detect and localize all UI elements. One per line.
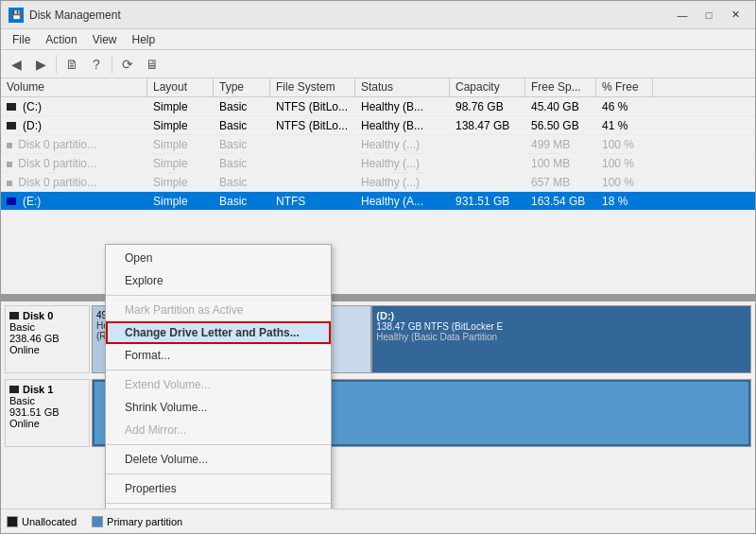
cell-capacity: 98.76 GB xyxy=(450,100,525,113)
cell-volume: (C:) xyxy=(1,100,147,113)
ctx-shrink-volume[interactable]: Shrink Volume... xyxy=(106,396,331,419)
col-header-status[interactable]: Status xyxy=(355,78,450,96)
forward-button[interactable]: ▶ xyxy=(29,53,52,76)
disk-icon-1 xyxy=(9,386,19,393)
cell-layout: Simple xyxy=(147,138,214,151)
col-header-capacity[interactable]: Capacity xyxy=(450,78,525,96)
refresh-button[interactable]: ⟳ xyxy=(116,53,139,76)
ctx-help[interactable]: Help xyxy=(106,507,331,508)
cell-volume: (D:) xyxy=(1,119,147,132)
help-button[interactable]: ? xyxy=(85,53,108,76)
ctx-add-mirror: Add Mirror... xyxy=(106,419,331,441)
disk-name-1: Disk 1 xyxy=(23,384,53,395)
drive-icon: (C:) xyxy=(7,100,42,113)
properties-button[interactable]: 🗎 xyxy=(60,53,83,76)
ctx-properties[interactable]: Properties xyxy=(106,477,331,500)
disk-type-0: Basic xyxy=(9,321,85,333)
disk-size-1: 931.51 GB xyxy=(9,406,85,418)
cell-layout: Simple xyxy=(147,157,214,170)
ctx-change-drive-letter[interactable]: Change Drive Letter and Paths... xyxy=(106,321,331,344)
menu-file[interactable]: File xyxy=(5,31,38,48)
status-bar: Unallocated Primary partition xyxy=(1,508,755,533)
cell-status: Healthy (...) xyxy=(355,157,450,170)
table-row[interactable]: (C:) Simple Basic NTFS (BitLo... Healthy… xyxy=(1,97,755,116)
cell-status: Healthy (...) xyxy=(355,138,450,151)
col-header-type[interactable]: Type xyxy=(214,78,270,96)
close-button[interactable]: ✕ xyxy=(723,5,747,26)
toolbar: ◀ ▶ 🗎 ? ⟳ 🖥 xyxy=(1,50,755,78)
status-box-unallocated xyxy=(7,516,18,527)
title-bar: 💾 Disk Management — □ ✕ xyxy=(1,1,755,29)
title-bar-controls: — □ ✕ xyxy=(670,5,747,26)
app-icon: 💾 xyxy=(9,8,24,23)
col-header-freesp[interactable]: Free Sp... xyxy=(525,78,596,96)
cell-type: Basic xyxy=(214,176,270,189)
menu-help[interactable]: Help xyxy=(125,31,163,48)
settings-button[interactable]: 🖥 xyxy=(141,53,163,76)
drive-glyph-small xyxy=(7,143,12,148)
cell-volume: (E:) xyxy=(1,195,147,208)
cell-capacity: 138.47 GB xyxy=(450,119,525,132)
table-row[interactable]: (D:) Simple Basic NTFS (BitLo... Healthy… xyxy=(1,116,755,135)
drive-glyph xyxy=(7,103,16,111)
cell-layout: Simple xyxy=(147,119,214,132)
table-row[interactable]: Disk 0 partitio... Simple Basic Healthy … xyxy=(1,154,755,173)
drive-glyph-small xyxy=(7,162,12,167)
cell-pfree: 46 % xyxy=(596,100,653,113)
partition-size: 138.47 GB NTFS (BitLocker E xyxy=(376,321,747,332)
table-row[interactable]: Disk 0 partitio... Simple Basic Healthy … xyxy=(1,173,755,192)
back-button[interactable]: ◀ xyxy=(5,53,27,76)
main-window: 💾 Disk Management — □ ✕ File Action View… xyxy=(0,0,756,534)
cell-volume: Disk 0 partitio... xyxy=(1,138,147,151)
cell-filesystem: NTFS xyxy=(270,195,355,208)
partition-d[interactable]: (D:) 138.47 GB NTFS (BitLocker E Healthy… xyxy=(372,306,750,372)
col-header-volume[interactable]: Volume xyxy=(1,78,147,96)
drive-glyph-small xyxy=(7,181,12,186)
cell-freesp: 657 MB xyxy=(525,176,596,189)
maximize-button[interactable]: □ xyxy=(696,5,721,26)
toolbar-sep2 xyxy=(112,55,112,74)
disk-label-0: Disk 0 Basic 238.46 GB Online xyxy=(5,305,90,373)
table-row-selected[interactable]: (E:) Simple Basic NTFS Healthy (A... 931… xyxy=(1,192,755,211)
disk-status-0: Online xyxy=(9,344,85,355)
cell-pfree: 100 % xyxy=(596,176,653,189)
partition-desc: Healthy (Basic Data Partition xyxy=(376,332,747,342)
cell-type: Basic xyxy=(214,119,270,132)
status-label-unallocated: Unallocated xyxy=(22,516,77,527)
minimize-button[interactable]: — xyxy=(670,5,695,26)
cell-type: Basic xyxy=(214,100,270,113)
drive-icon: (D:) xyxy=(7,119,42,132)
drive-glyph xyxy=(7,122,16,129)
cell-pfree: 100 % xyxy=(596,157,653,170)
ctx-mark-active: Mark Partition as Active xyxy=(106,299,331,321)
context-menu: Open Explore Mark Partition as Active Ch… xyxy=(105,244,332,508)
cell-pfree: 18 % xyxy=(596,195,653,208)
disk-icon-0 xyxy=(9,312,19,319)
ctx-delete-volume[interactable]: Delete Volume... xyxy=(106,448,331,471)
cell-pfree: 41 % xyxy=(596,119,653,132)
cell-volume: Disk 0 partitio... xyxy=(1,176,147,189)
ctx-explore[interactable]: Explore xyxy=(106,269,331,292)
disk-label-1: Disk 1 Basic 931.51 GB Online xyxy=(5,379,90,447)
window-title: Disk Management xyxy=(29,9,670,22)
table-row[interactable]: Disk 0 partitio... Simple Basic Healthy … xyxy=(1,135,755,154)
status-label-primary: Primary partition xyxy=(107,516,182,527)
cell-freesp: 45.40 GB xyxy=(525,100,596,113)
ctx-sep1 xyxy=(106,295,331,296)
status-box-primary xyxy=(92,516,103,527)
cell-freesp: 163.54 GB xyxy=(525,195,596,208)
disk-size-0: 238.46 GB xyxy=(9,333,85,344)
menu-view[interactable]: View xyxy=(85,31,125,48)
menu-bar: File Action View Help xyxy=(1,29,755,50)
cell-status: Healthy (B... xyxy=(355,119,450,132)
col-header-pfree[interactable]: % Free xyxy=(596,78,653,96)
ctx-sep3 xyxy=(106,444,331,445)
col-header-layout[interactable]: Layout xyxy=(147,78,214,96)
cell-layout: Simple xyxy=(147,195,214,208)
ctx-format[interactable]: Format... xyxy=(106,344,331,367)
cell-status: Healthy (A... xyxy=(355,195,450,208)
menu-action[interactable]: Action xyxy=(38,31,84,48)
col-header-filesystem[interactable]: File System xyxy=(270,78,355,96)
cell-layout: Simple xyxy=(147,100,214,113)
ctx-open[interactable]: Open xyxy=(106,247,331,269)
